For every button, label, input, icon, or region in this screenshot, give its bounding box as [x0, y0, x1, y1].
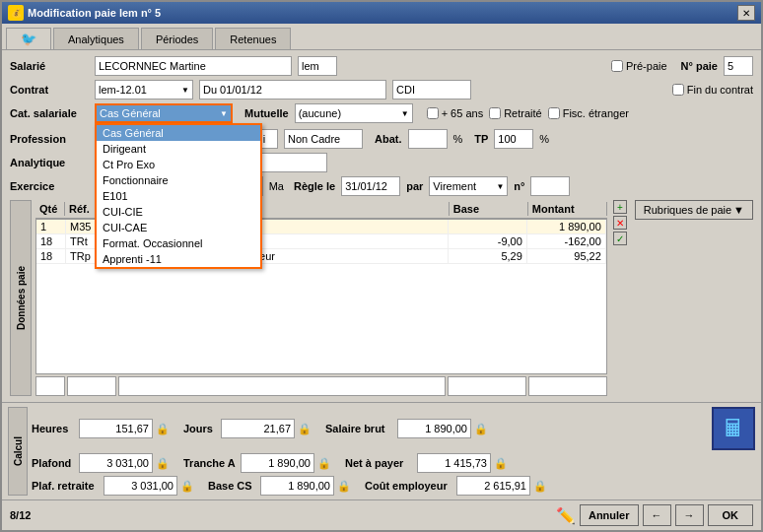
data-sidebar: Données paie	[10, 200, 32, 396]
jours-input[interactable]	[221, 419, 295, 438]
mutuelle-select[interactable]: (aucune) ▼	[295, 103, 413, 123]
plafond-label: Plafond	[32, 457, 76, 469]
th-qte: Qté	[35, 202, 65, 216]
close-button[interactable]: ✕	[737, 5, 755, 21]
cat-salariale-row: Cat. salariale Cas Général ▼ Cas Général…	[10, 103, 753, 123]
salaire-brut-label: Salaire brut	[325, 423, 394, 434]
plus65-label-container: + 65 ans	[427, 107, 484, 119]
td-base-1	[449, 220, 527, 233]
plafond-input[interactable]	[79, 453, 153, 473]
ok-button[interactable]: OK	[708, 504, 754, 526]
title-bar: 💰 Modification paie lem n° 5 ✕	[2, 2, 761, 24]
delete-row-button[interactable]: ✕	[613, 216, 627, 230]
tranche-a-field: Tranche A 🔒	[183, 453, 331, 473]
exercice-regle-date-input[interactable]	[341, 176, 400, 196]
calculator-button[interactable]: 🖩	[712, 407, 755, 450]
calcul-row-3: Plaf. retraite 🔒 Base CS 🔒 Coût employeu…	[32, 476, 755, 496]
dropdown-item-cas-general[interactable]: Cas Général	[97, 125, 260, 141]
footer-input-4[interactable]	[448, 376, 526, 396]
tab-main[interactable]: 🐦	[6, 28, 51, 49]
footer-input-5[interactable]	[528, 376, 607, 396]
dropdown-item-cui-cae[interactable]: CUI-CAE	[97, 220, 260, 235]
fisc-label-container: Fisc. étranger	[548, 107, 629, 119]
rubriques-paie-button[interactable]: Rubriques de paie ▼	[635, 200, 753, 220]
dropdown-item-e101[interactable]: E101	[97, 188, 260, 204]
bottom-actions: ✏️ Annuler ← → OK	[556, 504, 753, 526]
abat-label: Abat.	[375, 133, 402, 145]
salaire-brut-input[interactable]	[397, 419, 471, 438]
dropdown-item-format-occasionnel[interactable]: Format. Occasionnel	[97, 235, 260, 251]
prepaye-checkbox[interactable]	[611, 60, 623, 72]
contrat-type-input[interactable]	[392, 80, 471, 100]
salaire-brut-lock-icon: 🔒	[474, 423, 488, 435]
exercice-par-arrow-icon: ▼	[496, 182, 504, 191]
abat-input[interactable]	[408, 129, 448, 149]
dropdown-item-apprenti[interactable]: Apprenti -11	[97, 251, 260, 267]
tab-retenues[interactable]: Retenues	[215, 28, 291, 49]
tab-periodes[interactable]: Périodes	[141, 28, 213, 49]
donnees-paie-label: Données paie	[10, 200, 32, 396]
fisc-checkbox[interactable]	[548, 107, 560, 119]
base-cs-lock-icon: 🔒	[337, 480, 351, 493]
tranche-a-input[interactable]	[241, 453, 314, 473]
dropdown-item-cui-cie[interactable]: CUI-CIE	[97, 204, 260, 220]
td-montant-2: -162,00	[527, 234, 606, 248]
exercice-label: Exercice	[10, 180, 89, 192]
cat-salariale-arrow-icon: ▼	[220, 109, 228, 118]
tab-analytiques[interactable]: Analytiques	[53, 28, 139, 49]
jours-label: Jours	[183, 423, 218, 434]
footer-input-2[interactable]	[67, 376, 116, 396]
cout-employeur-input[interactable]	[456, 476, 530, 496]
cat-salariale-container: Cas Général ▼ Cas Général Dirigeant Ct P…	[95, 103, 233, 123]
page-info: 8/12	[10, 509, 31, 521]
mutuelle-label: Mutuelle	[244, 107, 289, 119]
cat-salariale-select[interactable]: Cas Général ▼	[95, 103, 233, 123]
plaf-retraite-input[interactable]	[104, 476, 177, 496]
net-a-payer-input[interactable]	[417, 453, 491, 473]
dropdown-item-ct-pro-exo[interactable]: Ct Pro Exo	[97, 157, 260, 172]
calcul-section: Calcul Heures 🔒 Jours 🔒 Salaire brut 🔒	[2, 402, 761, 499]
dropdown-item-fonctionnaire[interactable]: Fonctionnaire	[97, 172, 260, 188]
tp-input[interactable]	[494, 129, 533, 149]
rubriques-arrow-icon: ▼	[733, 204, 744, 216]
base-cs-field: Base CS 🔒	[208, 476, 351, 496]
next-button[interactable]: →	[675, 504, 704, 526]
tranche-a-label: Tranche A	[183, 457, 238, 469]
plafond-lock-icon: 🔒	[156, 457, 170, 470]
contrat-select[interactable]: lem-12.01 ▼	[95, 80, 193, 100]
analytique-label: Analytique	[10, 157, 89, 168]
fin-contrat-checkbox-label: Fin du contrat	[672, 84, 753, 96]
salarie-input[interactable]	[95, 56, 292, 76]
heures-field: Heures 🔒	[32, 419, 170, 438]
calcul-grid: Heures 🔒 Jours 🔒 Salaire brut 🔒 🖩	[32, 407, 755, 496]
contrat-date-input[interactable]	[199, 80, 386, 100]
retraite-checkbox[interactable]	[489, 107, 501, 119]
salarie-code-input[interactable]	[298, 56, 337, 76]
exercice-par-value: Virement	[433, 180, 476, 192]
plus65-checkbox[interactable]	[427, 107, 439, 119]
tp-pct-label: %	[539, 133, 549, 145]
exercice-par-label: par	[406, 180, 423, 192]
footer-input-3[interactable]	[118, 376, 446, 396]
main-tab-icon: 🐦	[21, 32, 36, 46]
window-title: Modification paie lem n° 5	[28, 7, 161, 19]
dropdown-item-dirigeant[interactable]: Dirigeant	[97, 141, 260, 157]
npaye-input[interactable]	[724, 56, 753, 76]
footer-input-1[interactable]	[35, 376, 65, 396]
cout-employeur-label: Coût employeur	[365, 480, 453, 492]
fin-contrat-checkbox[interactable]	[672, 84, 684, 96]
heures-input[interactable]	[79, 419, 153, 438]
prepaye-label: Pré-paie	[626, 60, 667, 72]
exercice-n-input[interactable]	[530, 176, 570, 196]
annuler-button[interactable]: Annuler	[580, 504, 639, 526]
jours-field: Jours 🔒	[183, 419, 312, 438]
prev-button[interactable]: ←	[643, 504, 671, 526]
calculator-icon: 🖩	[722, 415, 745, 442]
base-cs-input[interactable]	[260, 476, 334, 496]
confirm-row-button[interactable]: ✓	[613, 232, 627, 245]
add-row-button[interactable]: +	[613, 200, 627, 214]
td-qte-3: 18	[36, 249, 66, 263]
cadre-input[interactable]	[284, 129, 363, 149]
exercice-par-select[interactable]: Virement ▼	[429, 176, 508, 196]
td-qte-2: 18	[36, 234, 66, 248]
